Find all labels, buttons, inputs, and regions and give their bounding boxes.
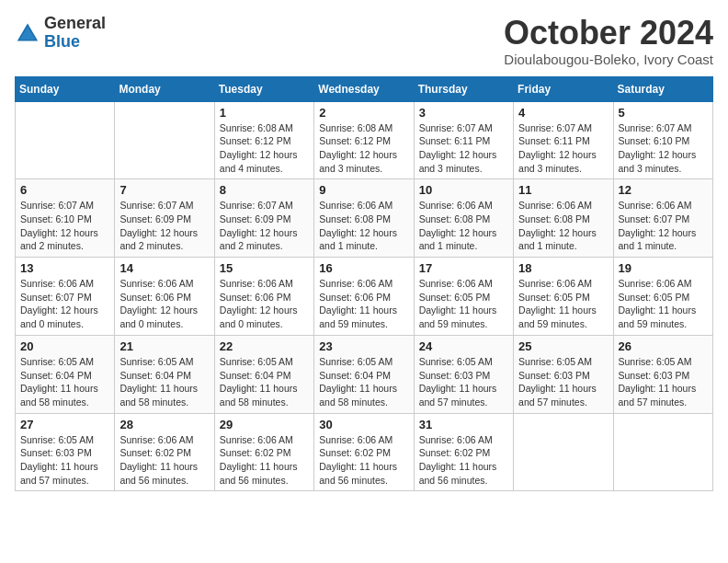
calendar-header-row: SundayMondayTuesdayWednesdayThursdayFrid… xyxy=(16,76,713,101)
calendar-cell: 22Sunrise: 6:05 AM Sunset: 6:04 PM Dayli… xyxy=(214,335,313,413)
day-info: Sunrise: 6:05 AM Sunset: 6:03 PM Dayligh… xyxy=(20,433,109,488)
calendar-table: SundayMondayTuesdayWednesdayThursdayFrid… xyxy=(15,76,713,492)
logo-icon xyxy=(15,20,40,46)
calendar-cell: 13Sunrise: 6:06 AM Sunset: 6:07 PM Dayli… xyxy=(16,258,115,336)
day-info: Sunrise: 6:07 AM Sunset: 6:09 PM Dayligh… xyxy=(220,199,309,253)
day-info: Sunrise: 6:05 AM Sunset: 6:03 PM Dayligh… xyxy=(419,355,508,409)
month-title: October 2024 xyxy=(504,15,713,52)
calendar-cell: 1Sunrise: 6:08 AM Sunset: 6:12 PM Daylig… xyxy=(214,101,313,179)
calendar-cell: 30Sunrise: 6:06 AM Sunset: 6:02 PM Dayli… xyxy=(314,413,414,491)
day-number: 2 xyxy=(319,106,408,120)
calendar-cell: 17Sunrise: 6:06 AM Sunset: 6:05 PM Dayli… xyxy=(414,258,513,336)
day-number: 21 xyxy=(119,339,209,353)
calendar-cell: 29Sunrise: 6:06 AM Sunset: 6:02 PM Dayli… xyxy=(214,413,313,491)
day-number: 25 xyxy=(518,339,608,353)
calendar-week-row: 6Sunrise: 6:07 AM Sunset: 6:10 PM Daylig… xyxy=(16,179,713,258)
calendar-cell xyxy=(115,101,214,179)
calendar-cell: 23Sunrise: 6:05 AM Sunset: 6:04 PM Dayli… xyxy=(314,335,414,413)
day-info: Sunrise: 6:06 AM Sunset: 6:05 PM Dayligh… xyxy=(619,277,708,331)
calendar-week-row: 1Sunrise: 6:08 AM Sunset: 6:12 PM Daylig… xyxy=(16,101,713,179)
calendar-cell xyxy=(16,101,115,179)
day-number: 4 xyxy=(518,106,608,120)
day-info: Sunrise: 6:06 AM Sunset: 6:08 PM Dayligh… xyxy=(319,199,408,253)
day-of-week-header: Friday xyxy=(514,76,613,101)
day-number: 23 xyxy=(319,339,408,353)
day-number: 10 xyxy=(419,183,508,197)
day-number: 30 xyxy=(319,418,408,431)
day-number: 17 xyxy=(419,261,508,275)
day-info: Sunrise: 6:06 AM Sunset: 6:08 PM Dayligh… xyxy=(419,199,508,253)
day-of-week-header: Saturday xyxy=(613,76,712,101)
calendar-cell: 6Sunrise: 6:07 AM Sunset: 6:10 PM Daylig… xyxy=(16,179,115,258)
day-info: Sunrise: 6:06 AM Sunset: 6:07 PM Dayligh… xyxy=(619,199,708,253)
day-info: Sunrise: 6:07 AM Sunset: 6:10 PM Dayligh… xyxy=(619,121,708,176)
day-number: 15 xyxy=(220,261,309,275)
day-info: Sunrise: 6:06 AM Sunset: 6:02 PM Dayligh… xyxy=(419,433,508,488)
day-number: 28 xyxy=(119,418,209,431)
calendar-week-row: 20Sunrise: 6:05 AM Sunset: 6:04 PM Dayli… xyxy=(16,335,713,413)
calendar-cell: 31Sunrise: 6:06 AM Sunset: 6:02 PM Dayli… xyxy=(414,413,513,491)
day-info: Sunrise: 6:08 AM Sunset: 6:12 PM Dayligh… xyxy=(220,121,309,176)
page-header: General Blue October 2024 Dioulabougou-B… xyxy=(15,15,713,67)
calendar-cell: 11Sunrise: 6:06 AM Sunset: 6:08 PM Dayli… xyxy=(514,179,613,258)
day-number: 27 xyxy=(20,418,109,431)
day-info: Sunrise: 6:08 AM Sunset: 6:12 PM Dayligh… xyxy=(319,121,408,176)
calendar-cell: 2Sunrise: 6:08 AM Sunset: 6:12 PM Daylig… xyxy=(314,101,414,179)
calendar-cell xyxy=(514,413,613,491)
day-info: Sunrise: 6:06 AM Sunset: 6:02 PM Dayligh… xyxy=(119,433,209,488)
day-info: Sunrise: 6:06 AM Sunset: 6:07 PM Dayligh… xyxy=(20,277,109,331)
day-info: Sunrise: 6:06 AM Sunset: 6:02 PM Dayligh… xyxy=(319,433,408,488)
day-info: Sunrise: 6:05 AM Sunset: 6:04 PM Dayligh… xyxy=(319,355,408,409)
logo-general-text: General xyxy=(44,14,106,32)
calendar-week-row: 27Sunrise: 6:05 AM Sunset: 6:03 PM Dayli… xyxy=(16,413,713,491)
day-number: 1 xyxy=(220,106,309,120)
day-number: 8 xyxy=(220,183,309,197)
calendar-cell: 20Sunrise: 6:05 AM Sunset: 6:04 PM Dayli… xyxy=(16,335,115,413)
calendar-cell: 5Sunrise: 6:07 AM Sunset: 6:10 PM Daylig… xyxy=(613,101,712,179)
day-number: 19 xyxy=(619,261,708,275)
calendar-cell: 16Sunrise: 6:06 AM Sunset: 6:06 PM Dayli… xyxy=(314,258,414,336)
day-info: Sunrise: 6:05 AM Sunset: 6:03 PM Dayligh… xyxy=(518,355,608,409)
calendar-cell: 27Sunrise: 6:05 AM Sunset: 6:03 PM Dayli… xyxy=(16,413,115,491)
calendar-cell xyxy=(613,413,712,491)
day-info: Sunrise: 6:06 AM Sunset: 6:05 PM Dayligh… xyxy=(419,277,508,331)
day-info: Sunrise: 6:07 AM Sunset: 6:10 PM Dayligh… xyxy=(20,199,109,253)
day-number: 22 xyxy=(220,339,309,353)
day-number: 12 xyxy=(619,183,708,197)
location-text: Dioulabougou-Boleko, Ivory Coast xyxy=(504,52,713,67)
day-number: 11 xyxy=(518,183,608,197)
day-number: 31 xyxy=(419,418,508,431)
day-info: Sunrise: 6:07 AM Sunset: 6:11 PM Dayligh… xyxy=(518,121,608,176)
day-number: 3 xyxy=(419,106,508,120)
calendar-week-row: 13Sunrise: 6:06 AM Sunset: 6:07 PM Dayli… xyxy=(16,258,713,336)
day-of-week-header: Sunday xyxy=(16,76,115,101)
day-number: 5 xyxy=(619,106,708,120)
calendar-cell: 28Sunrise: 6:06 AM Sunset: 6:02 PM Dayli… xyxy=(115,413,214,491)
day-info: Sunrise: 6:06 AM Sunset: 6:05 PM Dayligh… xyxy=(518,277,608,331)
day-info: Sunrise: 6:06 AM Sunset: 6:02 PM Dayligh… xyxy=(220,433,309,488)
logo-blue-text: Blue xyxy=(44,32,80,51)
day-of-week-header: Monday xyxy=(115,76,214,101)
calendar-cell: 18Sunrise: 6:06 AM Sunset: 6:05 PM Dayli… xyxy=(514,258,613,336)
calendar-cell: 15Sunrise: 6:06 AM Sunset: 6:06 PM Dayli… xyxy=(214,258,313,336)
logo: General Blue xyxy=(15,15,106,52)
calendar-cell: 26Sunrise: 6:05 AM Sunset: 6:03 PM Dayli… xyxy=(613,335,712,413)
day-info: Sunrise: 6:05 AM Sunset: 6:03 PM Dayligh… xyxy=(619,355,708,409)
calendar-cell: 12Sunrise: 6:06 AM Sunset: 6:07 PM Dayli… xyxy=(613,179,712,258)
calendar-cell: 7Sunrise: 6:07 AM Sunset: 6:09 PM Daylig… xyxy=(115,179,214,258)
title-section: October 2024 Dioulabougou-Boleko, Ivory … xyxy=(504,15,713,67)
day-number: 24 xyxy=(419,339,508,353)
day-of-week-header: Wednesday xyxy=(314,76,414,101)
day-info: Sunrise: 6:06 AM Sunset: 6:08 PM Dayligh… xyxy=(518,199,608,253)
day-number: 18 xyxy=(518,261,608,275)
calendar-cell: 14Sunrise: 6:06 AM Sunset: 6:06 PM Dayli… xyxy=(115,258,214,336)
calendar-cell: 24Sunrise: 6:05 AM Sunset: 6:03 PM Dayli… xyxy=(414,335,513,413)
calendar-cell: 8Sunrise: 6:07 AM Sunset: 6:09 PM Daylig… xyxy=(214,179,313,258)
day-of-week-header: Tuesday xyxy=(214,76,313,101)
day-number: 7 xyxy=(119,183,209,197)
day-number: 13 xyxy=(20,261,109,275)
day-info: Sunrise: 6:06 AM Sunset: 6:06 PM Dayligh… xyxy=(319,277,408,331)
calendar-cell: 3Sunrise: 6:07 AM Sunset: 6:11 PM Daylig… xyxy=(414,101,513,179)
day-info: Sunrise: 6:05 AM Sunset: 6:04 PM Dayligh… xyxy=(220,355,309,409)
day-number: 29 xyxy=(220,418,309,431)
